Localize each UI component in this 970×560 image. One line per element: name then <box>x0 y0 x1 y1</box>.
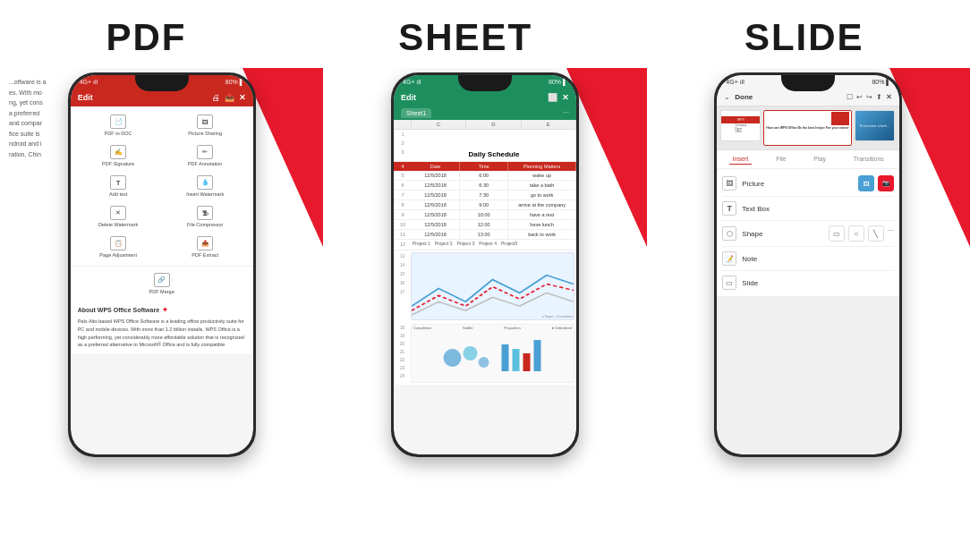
add-text-label: Add text <box>109 191 127 197</box>
slide-nav-file[interactable]: File <box>772 154 789 165</box>
picture-sharing-icon: 🖼 <box>197 115 213 129</box>
shape-circle-icon[interactable]: ○ <box>848 225 864 242</box>
slide-bottom-nav: Insert File Play Transitions 🖼 Picture <box>717 149 899 296</box>
file-compressor-icon: 🗜 <box>197 206 213 220</box>
delete-watermark-item[interactable]: ✕ Delete Watermark <box>76 202 161 231</box>
pdf-signature-label: PDF Signature <box>102 161 134 166</box>
slide-insert-icon: ▭ <box>722 276 736 290</box>
pdf-signature-icon: ✍ <box>110 145 126 159</box>
slide-insert-picture[interactable]: 🖼 Picture 🖼 📷 <box>722 171 894 197</box>
file-compressor-label: File Compressor <box>187 222 223 227</box>
sheet-signal: 4G+ ıll <box>403 79 421 85</box>
slide-item-left: ▭ Slide <box>722 276 758 290</box>
sheet-tab-1[interactable]: Sheet1 <box>401 108 431 118</box>
slide-close-icon[interactable]: ✕ <box>886 93 892 101</box>
sheet-phone-notch <box>458 75 512 91</box>
star-icon: ✦ <box>162 305 168 315</box>
sheet-close-icon[interactable]: ✕ <box>562 93 569 102</box>
sheet-col-headers: C D E <box>394 120 576 130</box>
slide-thumb-3[interactable]: To become a bett... <box>855 110 895 141</box>
shape-item-left: ⬡ Shape <box>722 226 762 241</box>
pdf-phone: 4G+ ıll 80% ▌ Edit 🖨 📤 ✕ 📄 PDF <box>68 72 256 457</box>
file-compressor-item[interactable]: 🗜 File Compressor <box>163 202 248 231</box>
line-chart: ● Target ○ Cumulation <box>411 252 574 320</box>
sheet-section: 4G+ ıll 80% ▌ Edit ⬜ ✕ Sheet1 ··· <box>323 68 646 538</box>
slide-thumb-2[interactable]: How can WPS Office Be the best helper Fo… <box>763 110 851 146</box>
pdf-phone-notch <box>135 75 189 91</box>
page-adjustment-item[interactable]: 📋 Page Adjustment <box>76 233 161 261</box>
delete-watermark-icon: ✕ <box>110 206 126 220</box>
row-1-num: 1 <box>394 130 576 139</box>
slide-insert-textbox[interactable]: T Text Box <box>722 197 894 221</box>
slide-insert-label: Slide <box>742 279 758 287</box>
textbox-label: Text Box <box>742 205 770 213</box>
pdf-annotation-item[interactable]: ✏ PDF Annotation <box>163 141 248 170</box>
shape-icon: ⬡ <box>722 226 736 241</box>
insert-watermark-icon: 💧 <box>197 175 213 190</box>
time-header: Time <box>460 162 508 171</box>
sheet-title: SHEET <box>398 16 532 59</box>
slide-phone-notch <box>781 75 835 91</box>
pdf-to-doc-label: PDF to DOC <box>105 131 132 136</box>
pdf-signal: 4G+ ıll <box>80 79 98 85</box>
sheet-more-icon[interactable]: ··· <box>563 108 569 118</box>
pdf-merge-label: PDF Merge <box>149 289 174 294</box>
slide-redo-icon[interactable]: ↪ <box>866 93 872 101</box>
sheet-title-container: 2 <box>394 139 576 148</box>
spreadsheet-title: Daily Schedule <box>412 148 576 161</box>
add-text-icon: T <box>110 175 126 190</box>
picture-camera-icon[interactable]: 📷 <box>878 175 894 191</box>
pdf-toolbar-icons: 🖨 📤 ✕ <box>212 93 246 102</box>
slide2-title-text: How can WPS Office Be the best helper Fo… <box>766 126 848 131</box>
slide-save-icon[interactable]: ☐ <box>847 93 853 101</box>
col-d-header: D <box>466 120 521 129</box>
shape-line-icon[interactable]: ╲ <box>868 225 884 242</box>
pdf-toolbar-label: Edit <box>78 93 93 102</box>
sheet-phone: 4G+ ıll 80% ▌ Edit ⬜ ✕ Sheet1 ··· <box>391 72 579 457</box>
slide-insert-slide[interactable]: ▭ Slide <box>722 271 894 294</box>
col-c-header: C <box>412 120 466 129</box>
pdf-merge-item[interactable]: 🔗 PDF Merge <box>148 269 176 298</box>
slide-insert-shape[interactable]: ⬡ Shape ▭ ○ ╲ ··· <box>722 221 894 247</box>
slide-undo-icon[interactable]: ↩ <box>856 93 863 101</box>
pdf-extract-item[interactable]: 📤 PDF Extract <box>163 233 248 261</box>
sheet-row-10: 10 12/5/2018 12:00 have lunch <box>394 220 576 230</box>
svg-point-2 <box>478 357 489 368</box>
insert-watermark-label: Insert Watermark <box>186 191 224 197</box>
sheet-phone-screen: 4G+ ıll 80% ▌ Edit ⬜ ✕ Sheet1 ··· <box>394 75 576 454</box>
add-text-item[interactable]: T Add text <box>76 172 161 200</box>
sheet-title-row: 3 Daily Schedule <box>394 148 576 162</box>
picture-item-left: 🖼 Picture <box>722 176 764 191</box>
insert-watermark-item[interactable]: 💧 Insert Watermark <box>163 172 248 200</box>
picture-sharing-label: Picture Sharing <box>188 131 222 136</box>
sheet-row-9: 9 12/5/2018 10:00 have a rest <box>394 210 576 220</box>
sheet-content: C D E 1 2 <box>394 120 576 385</box>
pdf-to-doc-item[interactable]: 📄 PDF to DOC <box>76 111 161 140</box>
pdf-signature-item[interactable]: ✍ PDF Signature <box>76 141 161 170</box>
shape-more-icon[interactable]: ··· <box>888 225 895 242</box>
picture-sharing-item[interactable]: 🖼 Picture Sharing <box>163 111 248 140</box>
slide-nav-play[interactable]: Play <box>810 154 830 165</box>
sheet-data-headers: 4 Date Time Planning Matters <box>394 162 576 171</box>
slide-nav-transitions[interactable]: Transitions <box>850 154 888 165</box>
slide-nav-insert[interactable]: Insert <box>729 154 753 165</box>
pdf-section: ...oftware is a es. With mo ng, yet cons… <box>0 68 323 538</box>
pdf-close-icon[interactable]: ✕ <box>239 93 246 102</box>
bubble-chart: Completion Subtle Proportion ● Unfinishe… <box>411 324 574 383</box>
slide-thumb-1[interactable]: WPS CompanyPaperOffice <box>720 110 761 141</box>
col-e-header: E <box>522 120 576 129</box>
shape-rect-icon[interactable]: ▭ <box>829 225 845 242</box>
row-numbers-2: 18 19 20 21 22 23 24 <box>396 324 409 383</box>
pdf-icon1: 🖨 <box>212 93 220 102</box>
svg-rect-4 <box>512 349 519 371</box>
delete-watermark-label: Delete Watermark <box>98 222 138 227</box>
sheet-row-6: 6 12/5/2018 6:30 take a bath <box>394 181 576 191</box>
pdf-menu-grid: 📄 PDF to DOC 🖼 Picture Sharing ✍ PDF Sig… <box>71 106 253 266</box>
slide-done-label[interactable]: Done <box>735 93 753 101</box>
slide-upload-icon[interactable]: ⬆ <box>876 93 882 101</box>
slide-insert-items: 🖼 Picture 🖼 📷 T T <box>717 169 899 296</box>
slide-insert-note[interactable]: 📝 Note <box>722 247 894 271</box>
pdf-body-text: Palo Alto-based WPS Office Software is a… <box>78 318 244 347</box>
picture-gallery-icon[interactable]: 🖼 <box>858 175 874 191</box>
pdf-battery: 80% ▌ <box>225 79 244 85</box>
